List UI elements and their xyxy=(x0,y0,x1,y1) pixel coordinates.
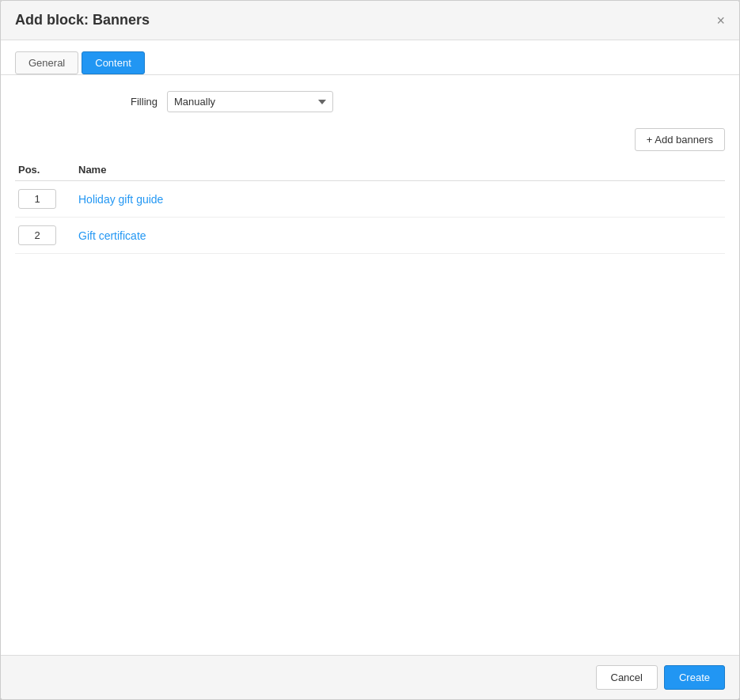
tabs-row: General Content xyxy=(1,40,739,75)
add-banners-row: + Add banners xyxy=(15,128,725,151)
close-button[interactable]: × xyxy=(716,13,725,28)
table-row: Gift certificate xyxy=(15,218,725,254)
content-area: Filling Manually + Add banners Pos. Name xyxy=(1,75,739,270)
pos-cell-1 xyxy=(15,189,78,209)
table-header: Pos. Name xyxy=(15,159,725,181)
banner-link-1[interactable]: Holiday gift guide xyxy=(78,193,163,206)
modal-footer: Cancel Create xyxy=(1,655,739,699)
name-cell-1: Holiday gift guide xyxy=(78,193,725,206)
add-banners-button[interactable]: + Add banners xyxy=(635,128,725,151)
tab-content[interactable]: Content xyxy=(82,51,145,74)
tab-general[interactable]: General xyxy=(15,51,78,74)
filling-row: Filling Manually xyxy=(15,91,725,112)
create-button[interactable]: Create xyxy=(664,665,725,690)
filling-select[interactable]: Manually xyxy=(167,91,333,112)
modal-title: Add block: Banners xyxy=(15,12,150,28)
col-name-header: Name xyxy=(78,164,725,176)
modal-body: General Content Filling Manually + Add b… xyxy=(1,40,739,655)
filling-label: Filling xyxy=(94,96,157,108)
pos-input-2[interactable] xyxy=(18,225,56,245)
modal-add-block-banners: Add block: Banners × General Content Fil… xyxy=(0,0,740,700)
cancel-button[interactable]: Cancel xyxy=(596,665,658,690)
col-pos-header: Pos. xyxy=(15,164,78,176)
modal-header: Add block: Banners × xyxy=(1,1,739,40)
pos-cell-2 xyxy=(15,225,78,245)
banner-link-2[interactable]: Gift certificate xyxy=(78,229,146,242)
pos-input-1[interactable] xyxy=(18,189,56,209)
table-row: Holiday gift guide xyxy=(15,181,725,218)
name-cell-2: Gift certificate xyxy=(78,229,725,242)
